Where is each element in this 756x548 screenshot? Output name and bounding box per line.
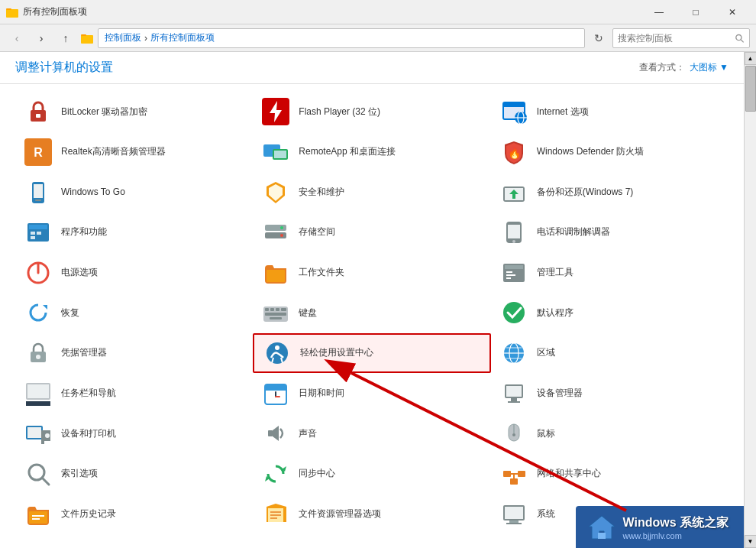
watermark-title: Windows 系统之家: [622, 515, 729, 531]
address-input[interactable]: 控制面板 › 所有控制面板项: [98, 28, 585, 48]
search-input[interactable]: [618, 33, 732, 44]
grid-item-internet[interactable]: Internet 选项: [491, 92, 729, 132]
manage-icon: [499, 258, 529, 288]
svg-rect-105: [506, 523, 522, 524]
grid-item-taskbar[interactable]: 任务栏和导航: [15, 373, 253, 413]
refresh-button[interactable]: ↻: [588, 28, 609, 48]
grid-item-storage[interactable]: 存储空间: [253, 212, 490, 253]
easyaccess-label: 轻松使用设置中心: [300, 347, 373, 359]
storage-icon: [260, 217, 291, 248]
forward-button[interactable]: ›: [31, 28, 52, 49]
grid-item-mouse[interactable]: 鼠标: [491, 413, 729, 454]
svg-rect-33: [31, 236, 35, 239]
devicemgr-label: 设备管理器: [537, 387, 583, 400]
grid-item-phone[interactable]: 电话和调制解调器: [491, 212, 729, 253]
grid-item-bitlocker[interactable]: BitLocker 驱动器加密: [15, 92, 253, 132]
grid-item-defender[interactable]: 🔥 Windows Defender 防火墙: [491, 132, 729, 173]
watermark-text: Windows 系统之家 www.bjjmlv.com: [622, 515, 729, 540]
svg-rect-75: [506, 386, 522, 397]
svg-rect-2: [81, 35, 93, 44]
minimize-button[interactable]: —: [641, 1, 677, 24]
grid-item-datetime[interactable]: 日期和时间: [253, 373, 490, 413]
filehistory-icon: [23, 499, 53, 530]
index-icon: [23, 459, 53, 489]
svg-rect-28: [512, 193, 515, 199]
svg-rect-56: [270, 317, 282, 319]
power-icon: [23, 258, 53, 288]
grid-item-manage[interactable]: 管理工具: [491, 253, 729, 293]
grid-item-keyboard[interactable]: 键盘: [253, 293, 490, 333]
svg-rect-19: [274, 151, 286, 158]
svg-rect-11: [503, 102, 525, 107]
scroll-track[interactable]: [745, 65, 756, 535]
grid-item-wintogo[interactable]: Windows To Go: [15, 172, 253, 212]
svg-rect-51: [265, 308, 269, 311]
back-button[interactable]: ‹: [6, 28, 27, 49]
defender-label: Windows Defender 防火墙: [537, 146, 645, 158]
watermark: Windows 系统之家 www.bjjmlv.com: [587, 513, 729, 542]
svg-rect-30: [29, 225, 47, 229]
maximize-button[interactable]: □: [678, 1, 713, 24]
realtek-icon: R: [23, 137, 53, 167]
search-box[interactable]: [612, 28, 750, 48]
close-button[interactable]: ✕: [715, 1, 750, 24]
backup-label: 备份和还原(Windows 7): [537, 186, 634, 199]
scroll-down-button[interactable]: ▼: [745, 535, 757, 548]
up-button[interactable]: ↑: [55, 28, 76, 49]
device-label: 设备和打印机: [61, 428, 116, 440]
keyboard-icon: [260, 297, 291, 328]
view-current-link[interactable]: 大图标 ▼: [690, 61, 729, 74]
system-label: 系统: [537, 508, 555, 520]
grid-item-region[interactable]: 区域: [491, 333, 729, 374]
scroll-thumb[interactable]: [745, 66, 756, 112]
grid-item-sync[interactable]: 同步中心: [253, 454, 490, 494]
keyboard-label: 键盘: [299, 307, 317, 319]
default-icon: [499, 297, 529, 328]
scroll-up-button[interactable]: ▲: [745, 52, 757, 65]
region-icon: [499, 338, 529, 368]
restore-label: 恢复: [61, 307, 79, 319]
breadcrumb-folder-icon: [81, 32, 93, 44]
folder-icon: [6, 6, 18, 18]
grid-item-realtek[interactable]: R Realtek高清晰音频管理器: [15, 132, 253, 173]
svg-text:🔥: 🔥: [507, 147, 521, 160]
grid-item-backup[interactable]: 备份和还原(Windows 7): [491, 172, 729, 212]
grid-item-program[interactable]: 程序和功能: [15, 212, 253, 253]
workfolder-icon: [260, 258, 291, 288]
grid-item-workfolder[interactable]: 工作文件夹: [253, 253, 490, 293]
grid-item-power[interactable]: 电源选项: [15, 253, 253, 293]
grid-item-restore[interactable]: 恢复: [15, 293, 253, 333]
svg-rect-3: [81, 34, 86, 36]
grid-item-fileoption[interactable]: 文件资源管理器选项: [253, 494, 490, 534]
grid-item-security[interactable]: 安全和维护: [253, 172, 490, 212]
wintogo-icon: [23, 177, 53, 208]
grid-item-index[interactable]: 索引选项: [15, 454, 253, 494]
svg-rect-23: [35, 199, 41, 201]
grid-item-sound[interactable]: 声音: [253, 413, 490, 454]
region-label: 区域: [537, 347, 555, 359]
svg-rect-47: [506, 274, 515, 276]
grid-item-network[interactable]: 网络和共享中心: [491, 454, 729, 494]
svg-rect-104: [509, 520, 519, 523]
grid-item-device[interactable]: 设备和打印机: [15, 413, 253, 454]
svg-point-80: [45, 433, 50, 438]
grid-item-remoteapp[interactable]: RemoteApp 和桌面连接: [253, 132, 490, 173]
svg-point-36: [280, 226, 283, 229]
grid-item-flash[interactable]: Flash Player (32 位): [253, 92, 490, 132]
system-icon: [499, 499, 529, 530]
breadcrumb-current: 所有控制面板项: [150, 31, 215, 44]
svg-rect-95: [29, 511, 47, 524]
svg-rect-1: [6, 8, 11, 10]
grid-item-filehistory[interactable]: 文件历史记录: [15, 494, 253, 534]
grid-item-easyaccess[interactable]: 轻松使用设置中心: [253, 333, 490, 374]
main-panel: 调整计算机的设置 查看方式： 大图标 ▼ BitLocker 驱动器加密 Fla…: [0, 52, 744, 548]
grid-item-default[interactable]: 默认程序: [491, 293, 729, 333]
grid-item-credential[interactable]: 凭据管理器: [15, 333, 253, 374]
svg-rect-55: [265, 313, 286, 316]
grid-item-devicemgr[interactable]: 设备管理器: [491, 373, 729, 413]
search-icon: [735, 33, 745, 44]
svg-rect-39: [508, 225, 520, 238]
svg-rect-69: [27, 384, 49, 398]
program-icon: [23, 217, 53, 248]
remoteapp-label: RemoteApp 和桌面连接: [299, 146, 396, 158]
